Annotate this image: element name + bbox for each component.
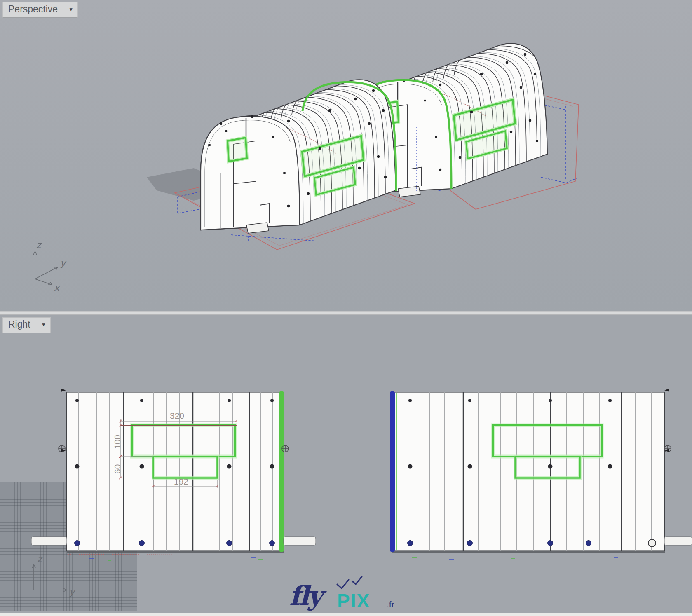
- selected-edge-blue[interactable]: [390, 391, 395, 552]
- ground-pipe-mid: [284, 537, 316, 545]
- ground-pipe-right: [664, 537, 692, 545]
- axis-x-label: x: [54, 283, 61, 293]
- tab-separator: [63, 4, 63, 15]
- application-window: z y x Perspective ▼: [0, 0, 692, 616]
- perspective-scene[interactable]: z y x: [0, 0, 692, 311]
- axis-y-label: y: [69, 587, 76, 597]
- right-viewport[interactable]: 320 100 60 192: [0, 315, 692, 613]
- right-scene[interactable]: 320 100 60 192: [0, 315, 692, 613]
- viewport-divider[interactable]: [0, 311, 692, 315]
- dim-window-width: 320: [170, 411, 184, 420]
- tab-separator: [36, 319, 36, 330]
- panel-elevation-right[interactable]: [390, 389, 692, 560]
- red-underline: [68, 554, 198, 555]
- viewport-tab-label: Right: [8, 319, 30, 330]
- dim-lower-width: 192: [174, 477, 188, 486]
- anchor-symbol-right: [282, 445, 289, 452]
- chevron-down-icon[interactable]: ▼: [67, 7, 75, 12]
- axis-z-label: z: [37, 554, 43, 564]
- viewport-tab-perspective[interactable]: Perspective ▼: [2, 2, 78, 18]
- viewport-tab-right[interactable]: Right ▼: [2, 317, 51, 333]
- edge-arrow-icon: [61, 389, 66, 452]
- edge-arrow-icon: [664, 389, 669, 452]
- selected-edge-green[interactable]: [279, 391, 284, 552]
- logo-pix-text: PIX: [337, 590, 370, 611]
- panel-face: [390, 392, 665, 551]
- stray-marks: [89, 557, 263, 561]
- bird-icons: [337, 576, 362, 588]
- stray-marks: [412, 557, 618, 560]
- valve-symbol: [648, 539, 656, 547]
- tent-left[interactable]: [201, 80, 396, 233]
- perspective-viewport[interactable]: z y x Perspective ▼: [0, 0, 692, 311]
- axis-y-label: y: [60, 258, 67, 268]
- logo-suffix-text: .fr: [387, 600, 394, 609]
- viewport-tab-label: Perspective: [8, 4, 58, 15]
- flypix-logo: fly PIX .fr: [289, 574, 412, 615]
- dim-lower-height: 60: [113, 464, 122, 474]
- bottom-edge-strip: [0, 613, 692, 616]
- axis-indicator-right: [32, 564, 67, 592]
- logo-fly-text: fly: [289, 580, 327, 611]
- chevron-down-icon[interactable]: ▼: [40, 322, 47, 328]
- axis-indicator-perspective: [33, 251, 58, 285]
- axis-z-label: z: [36, 240, 42, 250]
- panel-elevation-left[interactable]: 320 100 60 192: [31, 389, 316, 561]
- ground-pipe-left: [31, 537, 67, 545]
- dim-window-height: 100: [113, 435, 122, 449]
